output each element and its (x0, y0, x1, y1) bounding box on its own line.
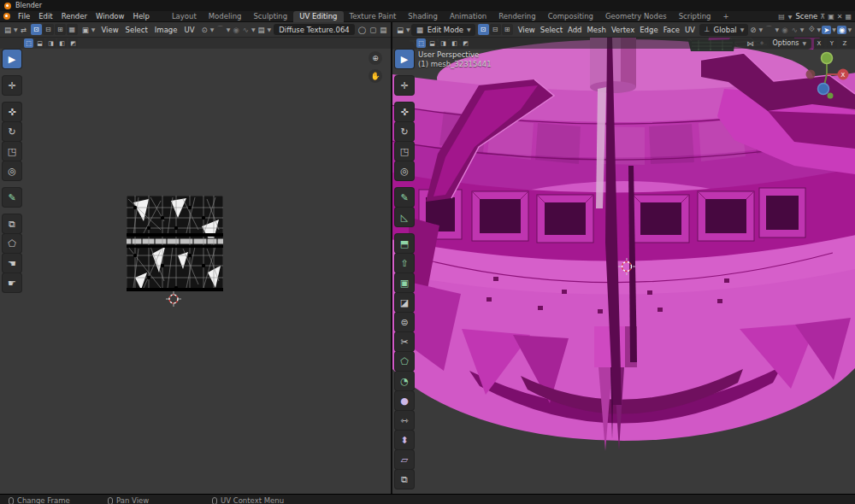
select-invert-icon[interactable]: ◧ (57, 38, 67, 48)
uv-tool-pinch-brush[interactable]: ☛ (3, 273, 21, 292)
workspace-tab-sculpting[interactable]: Sculpting (247, 11, 293, 22)
falloff-caret[interactable]: ▼ (799, 26, 805, 32)
vertex-select-button[interactable]: ⊡ (478, 24, 489, 35)
new-scene-icon[interactable]: ▣ (828, 13, 834, 21)
workspace-tab-geometry-nodes[interactable]: Geometry Nodes (599, 11, 673, 22)
snap-caret[interactable]: ▼ (226, 26, 232, 32)
uv-island-select-button[interactable]: ▦ (67, 24, 78, 35)
editor-type-icon[interactable]: ▤ (3, 26, 13, 34)
open-image-icon[interactable]: ▤ (378, 26, 388, 34)
view3d-tool-select-box[interactable]: ▶ (395, 50, 414, 68)
uv-tool-select-box[interactable]: ▶ (3, 50, 21, 68)
view3d-tool-add-cube[interactable]: ⬒ (395, 234, 414, 253)
proportional-editing-icon[interactable]: ◉ (780, 26, 789, 34)
view3d-tool-shrink-fatten[interactable]: ⬍ (395, 431, 414, 449)
pivot-caret[interactable]: ▼ (209, 26, 215, 32)
uv-tool-move[interactable]: ✜ (3, 103, 21, 121)
workspace-tab-rendering[interactable]: Rendering (492, 11, 541, 22)
uv-menu-view[interactable]: View (97, 26, 121, 34)
select-new-icon[interactable]: ⬚ (416, 38, 426, 48)
view3d-tool-edge-slide[interactable]: ⇿ (395, 411, 414, 430)
new-image-icon[interactable]: ◯ (357, 26, 369, 34)
uv-tool-grab-brush[interactable]: ⬠ (3, 234, 21, 253)
uv-tool-transform[interactable]: ◎ (3, 161, 21, 180)
view3d-tool-move[interactable]: ✜ (395, 103, 414, 121)
workspace-tab-shading[interactable]: Shading (402, 11, 444, 22)
uv-vertex-select-button[interactable]: ⊡ (31, 24, 42, 35)
zoom-icon[interactable]: ⊕ (369, 51, 382, 65)
view3d-tool-cursor[interactable]: ✛ (395, 76, 414, 95)
pan-hand-icon[interactable]: ✋ (369, 69, 382, 83)
falloff-curve-icon[interactable]: ∿ (790, 26, 799, 34)
view3d-tool-inset-faces[interactable]: ▣ (395, 273, 414, 292)
mirror-axis-x[interactable]: X (814, 38, 824, 48)
unlink-scene-icon[interactable]: ✕ (837, 13, 843, 21)
editor-type-caret[interactable]: ▼ (13, 26, 19, 32)
topbar-menu-file[interactable]: File (14, 12, 34, 21)
proportional-editing-icon[interactable]: ◉ (231, 26, 240, 34)
view-layer-icon[interactable]: ▦ (845, 13, 852, 21)
workspace-tab-texture-paint[interactable]: Texture Paint (344, 11, 403, 22)
navigation-gizmo[interactable]: X (804, 51, 850, 99)
image-name-field[interactable]: Diffuse Texture.064 (274, 24, 355, 35)
view3d-tool-spin[interactable]: ◔ (395, 372, 414, 390)
uv-menu-image[interactable]: Image (151, 26, 181, 34)
snap-magnet-icon[interactable]: ⌒ (764, 25, 775, 35)
snap-magnet-caret[interactable]: ▼ (775, 26, 781, 32)
uv-sync-selection-icon[interactable]: ⇄ (19, 26, 28, 34)
show-gizmo-icon[interactable]: ⟐ (807, 25, 817, 34)
falloff-caret[interactable]: ▼ (251, 26, 256, 32)
snap-base-icon[interactable]: ⌖ (758, 38, 766, 48)
sticky-select-icon[interactable]: ▣ (80, 26, 91, 34)
view3d-tool-extrude-region[interactable]: ⇧ (395, 254, 414, 273)
view3d-tool-scale[interactable]: ◳ (395, 142, 414, 161)
view3d-tool-rip-region[interactable]: ⧉ (395, 470, 414, 489)
uv-menu-uv[interactable]: UV (180, 26, 198, 34)
shading-mode-icon[interactable]: ◉ (837, 26, 846, 34)
view3d-menu-edge[interactable]: Edge (637, 26, 660, 34)
workspace-tab--[interactable]: + (716, 11, 734, 22)
mode-dropdown[interactable]: ▦ Edit Mode ▼ (411, 24, 475, 36)
select-subtract-icon[interactable]: ◨ (46, 38, 56, 48)
topbar-menu-edit[interactable]: Edit (34, 12, 56, 21)
scene-name[interactable]: Scene (795, 12, 817, 21)
uv-tool-scale[interactable]: ◳ (3, 142, 21, 161)
view3d-tool-measure[interactable]: ◺ (395, 208, 414, 226)
view3d-tool-loop-cut[interactable]: ⊜ (395, 313, 414, 331)
uv-tool-annotate[interactable]: ✎ (3, 188, 21, 207)
select-intersect-icon[interactable]: ◩ (461, 38, 470, 48)
select-extend-icon[interactable]: ⬓ (35, 38, 44, 48)
uv-tool-cursor[interactable]: ✛ (3, 76, 21, 95)
mirror-axis-z[interactable]: Z (840, 38, 850, 48)
workspace-tab-uv-editing[interactable]: UV Editing (293, 11, 343, 22)
mirror-axis-y[interactable]: Y (827, 38, 837, 48)
editor-type-icon[interactable]: ⬓ (395, 26, 405, 34)
view3d-menu-vertex[interactable]: Vertex (609, 26, 637, 34)
view3d-tool-smooth[interactable]: ● (395, 391, 414, 410)
view3d-menu-add[interactable]: Add (565, 26, 584, 34)
workspace-tab-compositing[interactable]: Compositing (542, 11, 599, 22)
snap-mode-caret[interactable]: ▼ (758, 26, 764, 32)
select-invert-icon[interactable]: ◧ (450, 38, 459, 48)
uv-menu-select[interactable]: Select (122, 26, 151, 34)
view3d-menu-view[interactable]: View (516, 26, 538, 34)
view3d-tool-poly-build[interactable]: ⬠ (395, 352, 414, 371)
view3d-tool-rotate[interactable]: ↻ (395, 122, 414, 141)
gizmo-caret[interactable]: ▼ (817, 26, 823, 32)
view3d-tool-shear[interactable]: ▱ (395, 450, 414, 469)
overlays-caret[interactable]: ▼ (831, 26, 837, 32)
view3d-menu-uv[interactable]: UV (682, 26, 698, 34)
select-new-icon[interactable]: ⬚ (24, 38, 33, 48)
topbar-menu-window[interactable]: Window (91, 12, 129, 21)
uv-face-select-button[interactable]: ⊞ (55, 24, 66, 35)
workspace-tab-modeling[interactable]: Modeling (203, 11, 248, 22)
edge-select-button[interactable]: ⊟ (490, 24, 501, 35)
duplicate-image-icon[interactable]: ▢ (368, 26, 378, 34)
workspace-tab-layout[interactable]: Layout (166, 11, 203, 22)
3d-viewport[interactable]: ⬚ ⬓ ◨ ◧ ◩ ⋈ ⌖ Options ▼ XYZ User P (392, 38, 855, 494)
shading-caret[interactable]: ▼ (846, 26, 852, 32)
transform-orientation-dropdown[interactable]: ⟂ Global ▼ (699, 24, 748, 36)
workspace-tab-scripting[interactable]: Scripting (673, 11, 717, 22)
uv-viewport[interactable]: ⬚ ⬓ ◨ ◧ ◩ ▶✛✜↻◳◎✎⧉⬠☚☛ (0, 38, 391, 494)
view3d-menu-face[interactable]: Face (661, 26, 682, 34)
